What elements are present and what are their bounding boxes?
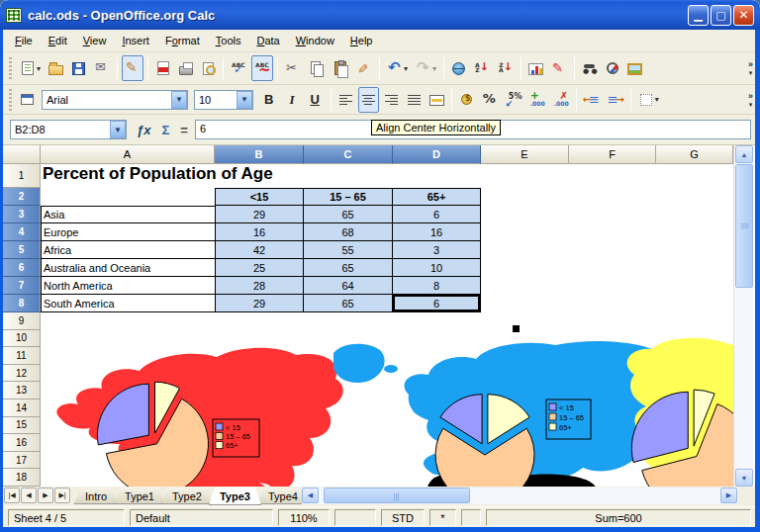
- scroll-right-button[interactable]: ▶: [720, 488, 737, 503]
- row-header-9[interactable]: 9: [3, 312, 41, 330]
- align-center-button[interactable]: [358, 87, 379, 113]
- row-header-13[interactable]: 13: [3, 382, 41, 399]
- spellcheck-button[interactable]: [228, 55, 249, 81]
- chevron-down-icon[interactable]: ▼: [237, 91, 252, 109]
- cell-C4[interactable]: 68: [304, 223, 393, 241]
- font-name-combo[interactable]: Arial ▼: [42, 90, 188, 110]
- row-header-15[interactable]: 15: [3, 417, 41, 435]
- row-header-3[interactable]: 3: [3, 206, 41, 223]
- borders-button[interactable]: ▾: [635, 87, 662, 113]
- dropdown-arrow-icon[interactable]: ▾: [37, 64, 41, 73]
- align-right-button[interactable]: [381, 87, 402, 113]
- currency-format-button[interactable]: [456, 87, 477, 113]
- redo-button[interactable]: ▾: [413, 55, 439, 81]
- cell-A8[interactable]: South America: [41, 295, 215, 312]
- cell-D3[interactable]: 6: [393, 206, 481, 223]
- minimize-button[interactable]: ▁: [688, 5, 709, 26]
- email-button[interactable]: [91, 55, 113, 81]
- font-name-value[interactable]: Arial: [43, 94, 171, 106]
- cell-A4[interactable]: Europe: [41, 223, 215, 241]
- align-left-button[interactable]: [335, 87, 356, 113]
- vertical-scrollbar[interactable]: ▲ ▼: [733, 145, 753, 487]
- cell-A2[interactable]: [41, 188, 215, 206]
- dropdown-arrow-icon[interactable]: ▾: [404, 64, 408, 73]
- cell-A6[interactable]: Australia and Oceania: [41, 259, 215, 277]
- column-header-D[interactable]: D: [393, 145, 481, 164]
- scroll-down-button[interactable]: ▼: [735, 469, 753, 487]
- function-button[interactable]: =: [176, 123, 192, 137]
- row-header-7[interactable]: 7: [3, 277, 41, 295]
- cell-D5[interactable]: 3: [393, 241, 481, 259]
- status-sum[interactable]: Sum=600: [486, 509, 751, 526]
- menu-insert[interactable]: Insert: [114, 32, 157, 49]
- cell-B8[interactable]: 29: [215, 295, 304, 312]
- column-header-F[interactable]: F: [569, 145, 656, 164]
- row-header-8[interactable]: 8: [3, 295, 41, 312]
- sheet-tab-type1[interactable]: Type1: [114, 488, 165, 504]
- menu-edit[interactable]: Edit: [41, 32, 75, 49]
- decrease-indent-button[interactable]: [581, 87, 603, 113]
- cell-C7[interactable]: 64: [304, 277, 393, 295]
- bold-button[interactable]: B: [257, 87, 280, 113]
- add-decimal-button[interactable]: [526, 87, 548, 113]
- data-table[interactable]: <15 15 – 65 65+ Asia 29 65 6 Europe 16 6…: [41, 188, 481, 312]
- sort-ascending-button[interactable]: [471, 55, 493, 81]
- status-zoom-level[interactable]: 110%: [278, 509, 330, 526]
- cell-C8[interactable]: 65: [304, 295, 393, 312]
- draw-functions-button[interactable]: [548, 55, 570, 81]
- function-wizard-button[interactable]: ƒx: [133, 123, 154, 137]
- cell-B3[interactable]: 29: [215, 206, 304, 223]
- font-size-value[interactable]: 10: [195, 94, 237, 106]
- menu-format[interactable]: Format: [157, 32, 208, 49]
- save-button[interactable]: [68, 55, 89, 81]
- menu-data[interactable]: Data: [248, 32, 287, 49]
- toolbar-overflow-button[interactable]: »▾: [748, 60, 753, 76]
- last-sheet-button[interactable]: ▶|: [54, 488, 70, 503]
- cells-area[interactable]: Percent of Population of Age <15 15 – 65…: [41, 164, 733, 487]
- maximize-button[interactable]: ▢: [711, 5, 731, 26]
- italic-button[interactable]: I: [282, 87, 301, 113]
- cell-D4[interactable]: 16: [393, 223, 481, 241]
- font-size-combo[interactable]: 10 ▼: [194, 90, 253, 110]
- export-pdf-button[interactable]: [152, 55, 174, 81]
- row-header-18[interactable]: 18: [3, 469, 41, 487]
- copy-button[interactable]: [306, 55, 328, 81]
- edit-file-button[interactable]: [122, 55, 143, 81]
- status-selection-mode[interactable]: STD: [381, 509, 425, 526]
- vertical-scroll-thumb[interactable]: [735, 164, 753, 288]
- cell-D7[interactable]: 8: [393, 277, 481, 295]
- title-bar[interactable]: calc.ods - OpenOffice.org Calc ▁ ▢ ✕: [0, 0, 760, 30]
- cell-B6[interactable]: 25: [215, 259, 304, 277]
- cell-B7[interactable]: 28: [215, 277, 304, 295]
- cell-D6[interactable]: 10: [393, 259, 481, 277]
- next-sheet-button[interactable]: ▶: [38, 488, 53, 503]
- horizontal-scroll-thumb[interactable]: [324, 488, 470, 503]
- row-header-11[interactable]: 11: [3, 347, 41, 365]
- sheet-tab-type3-active[interactable]: Type3: [209, 488, 261, 505]
- styles-button[interactable]: [17, 87, 38, 113]
- dropdown-arrow-icon[interactable]: ▾: [655, 95, 659, 104]
- print-button[interactable]: [176, 55, 196, 81]
- hyperlink-button[interactable]: [448, 55, 469, 81]
- cell-B2[interactable]: <15: [215, 188, 304, 206]
- toolbar-grip[interactable]: [8, 89, 13, 111]
- menu-file[interactable]: File: [7, 32, 41, 49]
- menu-tools[interactable]: Tools: [208, 32, 249, 49]
- cell-A3[interactable]: Asia: [41, 206, 215, 223]
- find-replace-button[interactable]: [579, 55, 601, 81]
- percent-format-button[interactable]: [479, 87, 501, 113]
- cell-C3[interactable]: 65: [304, 206, 393, 223]
- column-header-G[interactable]: G: [656, 145, 733, 164]
- cell-B4[interactable]: 16: [215, 223, 304, 241]
- auto-spellcheck-button[interactable]: [251, 55, 273, 81]
- row-header-10[interactable]: 10: [3, 330, 41, 348]
- insert-chart-button[interactable]: [525, 55, 546, 81]
- cell-C5[interactable]: 55: [304, 241, 393, 259]
- underline-button[interactable]: U: [303, 87, 326, 113]
- page-preview-button[interactable]: [198, 55, 219, 81]
- open-button[interactable]: [46, 55, 66, 81]
- close-button[interactable]: ✕: [733, 5, 754, 26]
- chevron-down-icon[interactable]: ▼: [171, 91, 187, 109]
- status-modified-flag[interactable]: *: [429, 509, 456, 526]
- row-header-12[interactable]: 12: [3, 365, 41, 383]
